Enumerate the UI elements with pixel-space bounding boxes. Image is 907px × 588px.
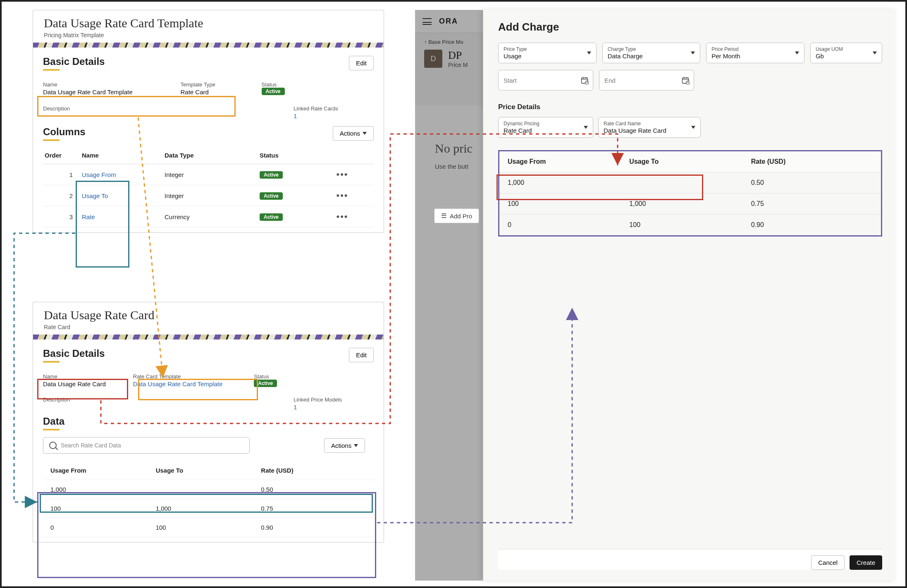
cell-usage-to: [156, 486, 261, 493]
status-badge: Active: [254, 380, 277, 387]
row-menu-icon[interactable]: •••: [326, 211, 359, 222]
cell-rate: 0.90: [261, 524, 366, 531]
chevron-down-icon: [873, 52, 877, 55]
chevron-down-icon: [584, 126, 588, 129]
col-name-link[interactable]: Rate: [82, 213, 165, 220]
status-label: Status: [254, 373, 291, 380]
description-field: Description: [43, 105, 80, 120]
actions-button[interactable]: Actions: [324, 438, 365, 453]
price-type-select[interactable]: Price Type Usage: [498, 43, 597, 63]
template-card: Data Usage Rate Card Template Pricing Ma…: [33, 10, 384, 233]
decorative-stripe: [33, 335, 384, 339]
row-menu-icon[interactable]: •••: [326, 169, 359, 180]
columns-heading: Columns: [43, 126, 86, 141]
name-label: Name: [43, 81, 133, 88]
drawer-table-row: 100 1,000 0.75: [499, 194, 881, 215]
actions-button[interactable]: Actions: [333, 126, 374, 141]
drawer-table-header: Usage From Usage To Rate (USD): [499, 151, 881, 172]
col-order-header: Order: [45, 152, 82, 159]
col-order: 2: [45, 192, 82, 199]
basic-details-heading: Basic Details: [43, 56, 105, 71]
price-period-label: Price Period: [711, 46, 799, 52]
description-label: Description: [43, 397, 80, 403]
cell-usage-to: 100: [156, 524, 261, 531]
ratecard-subtitle: Rate Card: [44, 324, 373, 330]
header-rate: Rate (USD): [751, 158, 873, 165]
drawer-table-row: 0 100 0.90: [499, 215, 881, 235]
create-button[interactable]: Create: [850, 555, 882, 570]
charge-type-select[interactable]: Charge Type Data Charge: [602, 43, 701, 63]
charge-type-value: Data Charge: [608, 53, 695, 60]
name-field: Name Data Usage Rate Card: [43, 373, 106, 387]
col-type: Integer: [165, 192, 260, 199]
decorative-stripe: [33, 43, 384, 48]
col-name-header: Name: [82, 152, 165, 159]
add-product-button[interactable]: ☰ Add Pro: [434, 208, 479, 223]
template-type-value: Rate Card: [181, 88, 218, 96]
col-type: Currency: [165, 213, 260, 220]
hint-no-price: No pric: [435, 141, 473, 155]
price-period-select[interactable]: Price Period Per Month: [706, 43, 804, 63]
actions-button-label: Actions: [331, 442, 351, 449]
drawer-title: Add Charge: [498, 21, 882, 33]
start-date-input[interactable]: Start: [498, 70, 593, 91]
col-name-link[interactable]: Usage From: [82, 171, 165, 178]
edit-button-label: Edit: [356, 351, 367, 359]
cell-rate: 0.50: [261, 486, 366, 493]
usage-uom-value: Gb: [816, 53, 877, 60]
template-type-field: Template Type Rate Card: [181, 81, 218, 96]
search-input[interactable]: Search Rate Card Data: [43, 437, 250, 454]
ratecard-template-link[interactable]: Data Usage Rate Card Template: [133, 380, 223, 387]
add-product-label: Add Pro: [450, 213, 472, 220]
columns-row: 2 Usage To Integer Active •••: [43, 185, 374, 206]
status-field: Status Active: [262, 81, 299, 96]
data-row[interactable]: 1,000 0.50: [43, 480, 374, 499]
data-row[interactable]: 0 100 0.90: [43, 518, 374, 537]
calendar-icon: [580, 76, 589, 84]
cell-rate: 0.75: [751, 200, 873, 208]
col-status-header: Status: [260, 152, 326, 159]
header-usage-from: Usage From: [508, 158, 629, 165]
ratecard-data-table: Usage From Usage To Rate (USD) 1,000 0.5…: [43, 461, 374, 537]
chevron-down-icon: [363, 132, 367, 135]
cell-rate: 0.50: [751, 179, 873, 186]
status-badge: Active: [260, 213, 283, 221]
cancel-button-label: Cancel: [818, 559, 838, 566]
linked-field: Linked Price Models 1: [294, 397, 342, 411]
cell-usage-from: 0: [50, 524, 156, 531]
edit-button-label: Edit: [356, 60, 367, 67]
ratecard-template-field: Rate Card Template Data Usage Rate Card …: [133, 373, 223, 387]
header-usage-to: Usage To: [156, 467, 261, 474]
cancel-button[interactable]: Cancel: [811, 555, 845, 570]
linked-value[interactable]: 1: [294, 404, 342, 411]
chevron-down-icon: [691, 126, 695, 129]
data-row[interactable]: 100 1,000 0.75: [43, 499, 374, 518]
name-value: Data Usage Rate Card: [43, 380, 106, 387]
data-header-row: Usage From Usage To Rate (USD): [43, 461, 374, 480]
template-subtitle: Pricing Matrix Template: [44, 32, 373, 38]
col-name-link[interactable]: Usage To: [82, 192, 165, 199]
name-field: Name Data Usage Rate Card Template: [43, 81, 133, 96]
usage-uom-label: Usage UOM: [816, 46, 877, 52]
dynamic-pricing-value: Rate Card: [504, 127, 588, 134]
cell-usage-from: 100: [508, 200, 629, 208]
dynamic-pricing-select[interactable]: Dynamic Pricing Rate Card: [498, 117, 593, 138]
row-menu-icon[interactable]: •••: [326, 190, 359, 201]
price-type-value: Usage: [504, 53, 591, 60]
usage-uom-select[interactable]: Usage UOM Gb: [810, 43, 882, 63]
status-label: Status: [262, 81, 299, 88]
end-date-input[interactable]: End: [599, 70, 694, 91]
ratecard-name-select[interactable]: Rate Card Name Data Usage Rate Card: [598, 117, 701, 138]
cell-usage-from: 1,000: [508, 179, 629, 186]
columns-row: 3 Rate Currency Active •••: [43, 206, 374, 227]
edit-button[interactable]: Edit: [349, 348, 374, 362]
edit-button[interactable]: Edit: [349, 56, 374, 70]
cell-rate: 0.90: [751, 221, 873, 229]
calendar-icon: [681, 76, 690, 84]
header-usage-from: Usage From: [50, 467, 156, 474]
linked-value[interactable]: 1: [294, 112, 338, 120]
basic-details-heading: Basic Details: [43, 348, 105, 363]
dynamic-pricing-label: Dynamic Pricing: [504, 121, 588, 127]
col-order: 1: [45, 171, 82, 178]
add-icon: ☰: [441, 212, 446, 220]
